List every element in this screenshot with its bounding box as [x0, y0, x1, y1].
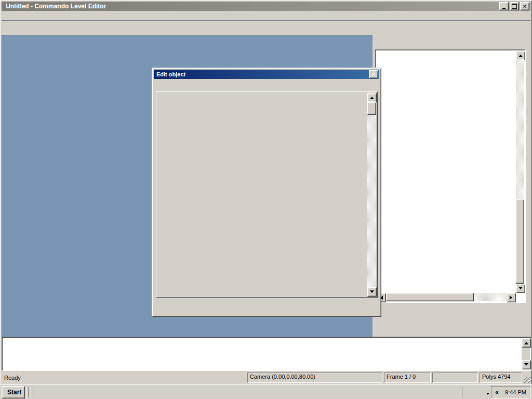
menu-bar [2, 11, 530, 20]
window-title: Untitled - Commando Level Editor [6, 3, 498, 10]
form-vscroll-thumb[interactable] [367, 102, 376, 115]
system-tray: « 9:44 PM [491, 386, 530, 398]
start-button[interactable]: Start [2, 386, 25, 398]
title-bar: Untitled - Commando Level Editor × [2, 2, 530, 11]
resize-grip[interactable] [524, 377, 530, 383]
log-scroll-down-icon[interactable] [522, 360, 531, 369]
presets-panel [372, 35, 531, 337]
tree-hscroll-thumb[interactable] [386, 293, 474, 301]
status-frame: Frame 1 / 0 [384, 373, 431, 383]
tree-rows [377, 51, 515, 292]
form-vertical-scrollbar[interactable] [367, 93, 376, 297]
minimize-button[interactable] [499, 2, 509, 10]
tray-chevron-icon[interactable]: « [495, 389, 499, 396]
close-button[interactable]: × [520, 2, 529, 10]
presets-tree [375, 49, 526, 303]
desktop-band-icon[interactable] [475, 387, 486, 398]
taskbar-separator [31, 387, 33, 397]
main-toolbar [2, 22, 530, 34]
status-ready: Ready [2, 375, 246, 381]
band-dropdown-icon[interactable] [486, 393, 489, 396]
status-bar: Ready Camera (0.00,0.00,80.00) Frame 1 /… [2, 372, 530, 383]
scroll-down-arrow-icon[interactable] [516, 284, 525, 293]
help-tip-icon[interactable] [463, 387, 475, 398]
preset-actions-bar [375, 307, 530, 335]
status-polys: Polys 4794 [480, 373, 522, 383]
dialog-title-bar: Edit object × [154, 70, 379, 79]
dialog-close-button[interactable]: × [369, 70, 378, 78]
taskbar-separator [460, 387, 462, 397]
tree-vertical-scrollbar[interactable] [516, 51, 524, 293]
status-empty-panel [432, 373, 478, 383]
dialog-title: Edit object [156, 71, 185, 77]
log-vertical-scrollbar[interactable] [522, 338, 530, 369]
edit-object-dialog: Edit object × [152, 68, 381, 317]
tree-vscroll-thumb[interactable] [516, 200, 524, 284]
output-log [2, 337, 531, 371]
settings-form [157, 93, 367, 297]
toolbar-divider [2, 20, 530, 21]
maximize-button[interactable] [510, 2, 519, 10]
scroll-right-arrow-icon[interactable] [507, 293, 516, 302]
log-scroll-up-icon[interactable] [522, 338, 531, 348]
settings-tab-page [156, 91, 378, 298]
app-window: Untitled - Commando Level Editor × [0, 0, 532, 399]
status-camera: Camera (0.00,0.00,80.00) [247, 373, 382, 383]
taskbar: Start « 9:44 PM [0, 384, 532, 399]
form-scroll-down-icon[interactable] [367, 287, 377, 297]
tree-horizontal-scrollbar[interactable] [377, 293, 516, 301]
clock[interactable]: 9:44 PM [505, 389, 526, 395]
panel-tabs [373, 36, 530, 48]
start-label: Start [7, 389, 21, 396]
taskbar-separator [26, 387, 29, 397]
